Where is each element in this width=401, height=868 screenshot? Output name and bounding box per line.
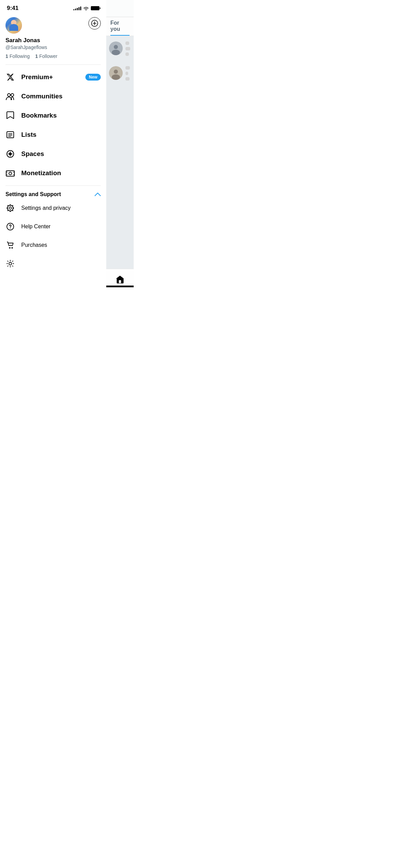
- tweet-avatar-2: [109, 66, 123, 80]
- sun-icon: [5, 259, 15, 268]
- profile-section: Sarah Jonas @SarahJpageflows 1 Following…: [0, 14, 106, 64]
- new-badge: New: [85, 74, 101, 81]
- menu-item-lists[interactable]: Lists: [0, 125, 106, 144]
- svg-point-25: [114, 70, 118, 74]
- premium-label: Premium+: [21, 73, 53, 81]
- svg-point-23: [112, 50, 120, 55]
- purchases-item[interactable]: Purchases: [5, 236, 101, 254]
- chevron-up-icon: [95, 192, 101, 196]
- status-bar: 9:41: [0, 0, 106, 14]
- cart-icon: [5, 240, 15, 250]
- svg-point-17: [10, 228, 11, 229]
- menu-item-bookmarks[interactable]: Bookmarks: [0, 106, 106, 125]
- svg-rect-9: [6, 171, 14, 176]
- svg-point-2: [11, 94, 14, 96]
- communities-label: Communities: [21, 93, 62, 100]
- follower-stat[interactable]: 1 Follower: [35, 53, 58, 59]
- tweet-text: [125, 41, 131, 58]
- add-account-button[interactable]: [88, 17, 101, 29]
- bookmarks-icon: [5, 111, 15, 120]
- avatar[interactable]: [5, 17, 22, 34]
- settings-privacy-item[interactable]: Settings and privacy: [5, 199, 101, 217]
- svg-point-15: [9, 207, 12, 209]
- settings-privacy-label: Settings and privacy: [21, 205, 71, 211]
- display-item[interactable]: [5, 254, 101, 273]
- signal-icon: [73, 6, 81, 10]
- home-indicator: [106, 286, 134, 287]
- help-center-label: Help Center: [21, 224, 50, 230]
- spaces-icon: [5, 149, 15, 159]
- lists-label: Lists: [21, 131, 36, 138]
- help-center-item[interactable]: Help Center: [5, 217, 101, 236]
- for-you-tab[interactable]: For you: [110, 20, 130, 36]
- gear-icon: [5, 203, 15, 213]
- status-icons: [73, 6, 99, 10]
- tweet-avatar: [109, 41, 123, 55]
- battery-icon: [91, 6, 99, 10]
- settings-support-title: Settings and Support: [5, 191, 61, 197]
- following-stat[interactable]: 1 Following: [5, 53, 30, 59]
- svg-point-8: [9, 153, 12, 155]
- lists-icon: [5, 130, 15, 140]
- spaces-label: Spaces: [21, 150, 44, 158]
- svg-point-26: [112, 74, 120, 80]
- svg-point-19: [12, 248, 13, 249]
- drawer-panel: 9:41: [0, 0, 106, 289]
- communities-icon: [5, 92, 15, 101]
- tweet-text-2: [125, 66, 131, 83]
- svg-rect-27: [119, 280, 121, 283]
- purchases-label: Purchases: [21, 242, 47, 248]
- main-menu: Premium+ New Communities: [0, 65, 106, 185]
- svg-point-22: [114, 45, 118, 49]
- wifi-icon: [83, 6, 89, 10]
- menu-item-monetization[interactable]: Monetization: [0, 164, 106, 183]
- settings-support-section: Settings and Support Settings and priv: [0, 186, 106, 274]
- svg-point-20: [9, 262, 12, 265]
- menu-item-communities[interactable]: Communities: [0, 87, 106, 106]
- right-panel: For you: [106, 0, 134, 289]
- status-time: 9:41: [7, 5, 19, 12]
- menu-item-premium[interactable]: Premium+ New: [0, 68, 106, 87]
- svg-rect-3: [7, 132, 14, 138]
- home-icon[interactable]: [116, 275, 124, 284]
- menu-item-spaces[interactable]: Spaces: [0, 144, 106, 164]
- monetization-icon: [5, 168, 15, 178]
- profile-handle: @SarahJpageflows: [5, 45, 101, 50]
- bookmarks-label: Bookmarks: [21, 112, 57, 119]
- svg-point-1: [8, 94, 10, 96]
- profile-stats: 1 Following 1 Follower: [5, 53, 101, 59]
- question-circle-icon: [5, 222, 15, 231]
- x-logo-icon: [5, 72, 15, 82]
- profile-name: Sarah Jonas: [5, 37, 101, 44]
- monetization-label: Monetization: [21, 169, 61, 177]
- svg-point-10: [9, 172, 12, 175]
- svg-point-18: [9, 248, 10, 249]
- settings-support-header[interactable]: Settings and Support: [5, 191, 101, 197]
